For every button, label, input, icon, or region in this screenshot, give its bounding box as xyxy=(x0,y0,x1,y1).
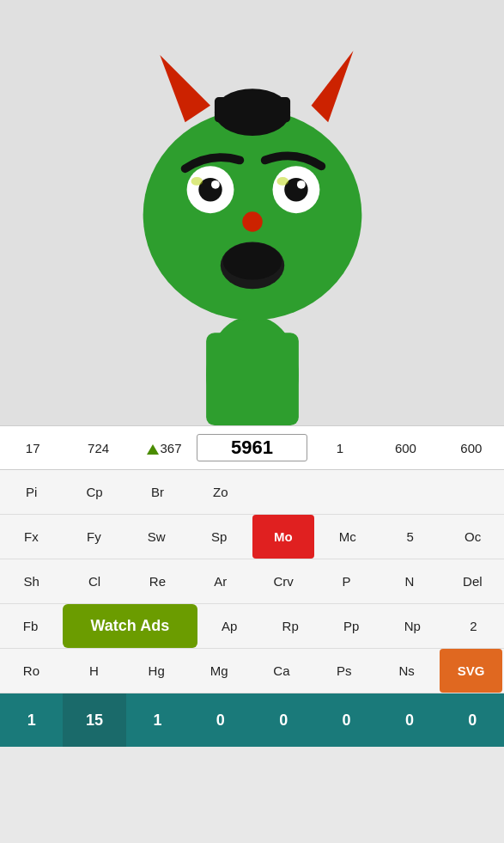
num-cell-4: 1 xyxy=(307,441,373,455)
bottom-cell-5[interactable]: 0 xyxy=(315,693,378,747)
svg-marker-6 xyxy=(311,51,353,122)
cell-pp[interactable]: Pp xyxy=(321,604,382,648)
svg-point-17 xyxy=(242,211,263,232)
cell-sw[interactable]: Sw xyxy=(125,515,188,559)
cell-ar[interactable]: Ar xyxy=(189,559,252,603)
svg-point-14 xyxy=(296,180,305,189)
label-cp[interactable]: Cp xyxy=(63,470,125,514)
watch-ads-button[interactable]: Watch Ads xyxy=(63,604,197,648)
cell-ps[interactable]: Ps xyxy=(313,649,375,693)
num-cell-6: 600 xyxy=(439,441,504,455)
label-empty-1 xyxy=(252,470,315,514)
cell-fx[interactable]: Fx xyxy=(0,515,63,559)
bottom-cell-2[interactable]: 1 xyxy=(126,693,189,747)
label-empty-3 xyxy=(378,470,440,514)
cell-mc[interactable]: Mc xyxy=(316,515,379,559)
label-row: Pi Cp Br Zo xyxy=(0,470,504,515)
label-empty-4 xyxy=(441,470,504,514)
cell-np[interactable]: Np xyxy=(382,604,443,648)
num-cell-1: 724 xyxy=(65,441,131,455)
label-br[interactable]: Br xyxy=(126,470,189,514)
cell-oc[interactable]: Oc xyxy=(441,515,504,559)
cell-p[interactable]: P xyxy=(315,559,378,603)
label-pi[interactable]: Pi xyxy=(0,470,63,514)
cell-ap[interactable]: Ap xyxy=(199,604,260,648)
bottom-cell-7[interactable]: 0 xyxy=(441,693,504,747)
label-zo[interactable]: Zo xyxy=(189,470,252,514)
cell-fy[interactable]: Fy xyxy=(63,515,125,559)
bottom-row: 1 15 1 0 0 0 0 0 xyxy=(0,693,504,747)
svg-marker-5 xyxy=(160,55,210,122)
bottom-cell-4[interactable]: 0 xyxy=(252,693,315,747)
bottom-cell-6[interactable]: 0 xyxy=(378,693,440,747)
num-cell-0: 17 xyxy=(0,441,65,455)
cell-5[interactable]: 5 xyxy=(379,515,441,559)
svg-rect-8 xyxy=(214,97,289,122)
svg-point-19 xyxy=(222,242,282,279)
grid-row-1: Sh Cl Re Ar Crv P N Del xyxy=(0,559,504,604)
svg-point-16 xyxy=(276,177,288,186)
num-cell-5: 600 xyxy=(373,441,438,455)
cell-cl[interactable]: Cl xyxy=(63,559,125,603)
svg-rect-1 xyxy=(206,333,299,425)
main-score: 5961 xyxy=(197,434,307,461)
cell-n[interactable]: N xyxy=(378,559,440,603)
cell-h[interactable]: H xyxy=(63,649,125,693)
num-cell-2: 367 xyxy=(131,441,197,455)
cell-ns[interactable]: Ns xyxy=(375,649,438,693)
green-triangle-icon xyxy=(147,444,159,455)
cell-fb[interactable]: Fb xyxy=(0,604,61,648)
cell-rp[interactable]: Rp xyxy=(260,604,321,648)
bottom-cell-3[interactable]: 0 xyxy=(189,693,252,747)
cell-mg[interactable]: Mg xyxy=(188,649,251,693)
cell-2[interactable]: 2 xyxy=(443,604,504,648)
character-svg xyxy=(106,13,398,425)
cell-mo[interactable]: Mo xyxy=(252,515,315,559)
bottom-cell-0[interactable]: 1 xyxy=(0,693,63,747)
character-area xyxy=(0,0,504,425)
cell-ro[interactable]: Ro xyxy=(0,649,63,693)
cell-svg[interactable]: SVG xyxy=(440,649,502,693)
numbers-row: 17 724 367 5961 1 600 600 xyxy=(0,425,504,470)
grid-row-2: Fb Watch Ads Ap Rp Pp Np 2 xyxy=(0,604,504,649)
cell-re[interactable]: Re xyxy=(126,559,189,603)
svg-point-12 xyxy=(211,180,220,189)
label-empty-2 xyxy=(315,470,378,514)
cell-hg[interactable]: Hg xyxy=(125,649,188,693)
cell-sp[interactable]: Sp xyxy=(188,515,251,559)
svg-point-15 xyxy=(191,177,203,186)
grid-row-0: Fx Fy Sw Sp Mo Mc 5 Oc xyxy=(0,515,504,559)
grid-row-3: Ro H Hg Mg Ca Ps Ns SVG xyxy=(0,649,504,693)
cell-ca[interactable]: Ca xyxy=(251,649,313,693)
cell-sh[interactable]: Sh xyxy=(0,559,63,603)
bottom-cell-1[interactable]: 15 xyxy=(63,693,125,747)
cell-del[interactable]: Del xyxy=(441,559,504,603)
grid-area: Fx Fy Sw Sp Mo Mc 5 Oc Sh Cl Re Ar Crv P… xyxy=(0,515,504,693)
cell-crv[interactable]: Crv xyxy=(252,559,315,603)
